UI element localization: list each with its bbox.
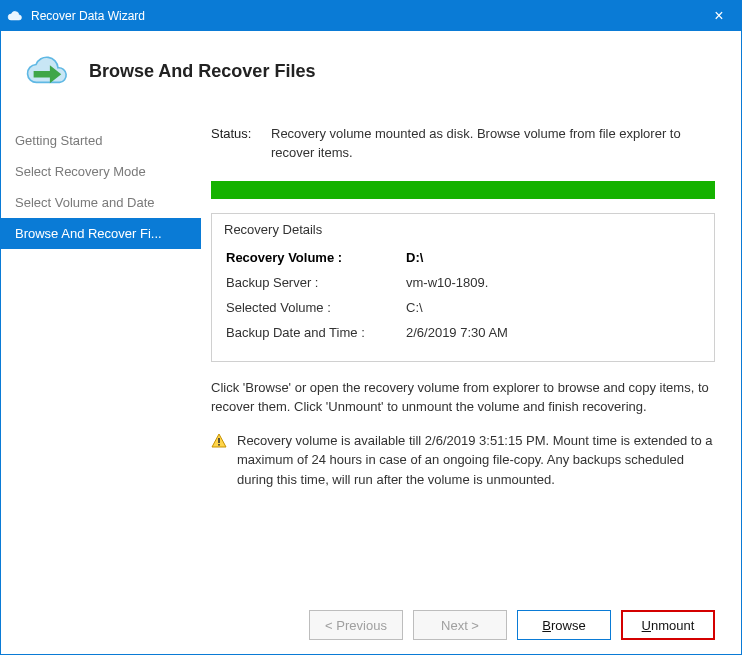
detail-label: Recovery Volume : (226, 250, 406, 265)
wizard-window: Recover Data Wizard × Browse And Recover… (0, 0, 742, 655)
detail-label: Backup Server : (226, 275, 406, 290)
detail-label: Selected Volume : (226, 300, 406, 315)
previous-button: < Previous (309, 610, 403, 640)
recovery-details-box: Recovery Details Recovery Volume : D:\ B… (211, 213, 715, 362)
detail-row-backup-date: Backup Date and Time : 2/6/2019 7:30 AM (224, 320, 702, 345)
browse-button[interactable]: Browse (517, 610, 611, 640)
detail-row-recovery-volume: Recovery Volume : D:\ (224, 245, 702, 270)
sidebar-item-label: Select Recovery Mode (15, 164, 146, 179)
sidebar-item-browse-recover[interactable]: Browse And Recover Fi... (1, 218, 201, 249)
unmount-mnemonic: U (642, 618, 651, 633)
warning-text: Recovery volume is available till 2/6/20… (237, 431, 715, 490)
cloud-arrow-icon (19, 53, 71, 89)
body: Getting Started Select Recovery Mode Sel… (1, 105, 741, 596)
warning-icon (211, 433, 231, 490)
browse-mnemonic: B (542, 618, 551, 633)
status-row: Status: Recovery volume mounted as disk.… (211, 125, 715, 163)
detail-value: D:\ (406, 250, 423, 265)
recovery-details-title: Recovery Details (224, 222, 702, 237)
sidebar-item-label: Getting Started (15, 133, 102, 148)
sidebar-item-label: Browse And Recover Fi... (15, 226, 162, 241)
detail-row-backup-server: Backup Server : vm-w10-1809. (224, 270, 702, 295)
sidebar-item-label: Select Volume and Date (15, 195, 154, 210)
detail-label: Backup Date and Time : (226, 325, 406, 340)
sidebar-item-getting-started[interactable]: Getting Started (1, 125, 201, 156)
svg-rect-0 (218, 438, 220, 443)
detail-value: C:\ (406, 300, 423, 315)
progress-bar (211, 181, 715, 199)
page-title: Browse And Recover Files (89, 61, 315, 82)
svg-rect-1 (218, 444, 220, 446)
status-label: Status: (211, 125, 271, 163)
footer: < Previous Next > Browse Unmount (1, 596, 741, 654)
sidebar: Getting Started Select Recovery Mode Sel… (1, 105, 201, 596)
close-button[interactable]: × (697, 1, 741, 31)
titlebar: Recover Data Wizard × (1, 1, 741, 31)
window-title: Recover Data Wizard (31, 9, 145, 23)
unmount-rest: nmount (651, 618, 694, 633)
next-button: Next > (413, 610, 507, 640)
header: Browse And Recover Files (1, 31, 741, 105)
warning-row: Recovery volume is available till 2/6/20… (211, 431, 715, 490)
detail-value: 2/6/2019 7:30 AM (406, 325, 508, 340)
instruction-text: Click 'Browse' or open the recovery volu… (211, 378, 715, 417)
status-text: Recovery volume mounted as disk. Browse … (271, 125, 715, 163)
content: Status: Recovery volume mounted as disk.… (201, 105, 741, 596)
sidebar-item-volume-date[interactable]: Select Volume and Date (1, 187, 201, 218)
detail-value: vm-w10-1809. (406, 275, 488, 290)
browse-rest: rowse (551, 618, 586, 633)
sidebar-item-recovery-mode[interactable]: Select Recovery Mode (1, 156, 201, 187)
app-icon (7, 8, 23, 24)
detail-row-selected-volume: Selected Volume : C:\ (224, 295, 702, 320)
unmount-button[interactable]: Unmount (621, 610, 715, 640)
